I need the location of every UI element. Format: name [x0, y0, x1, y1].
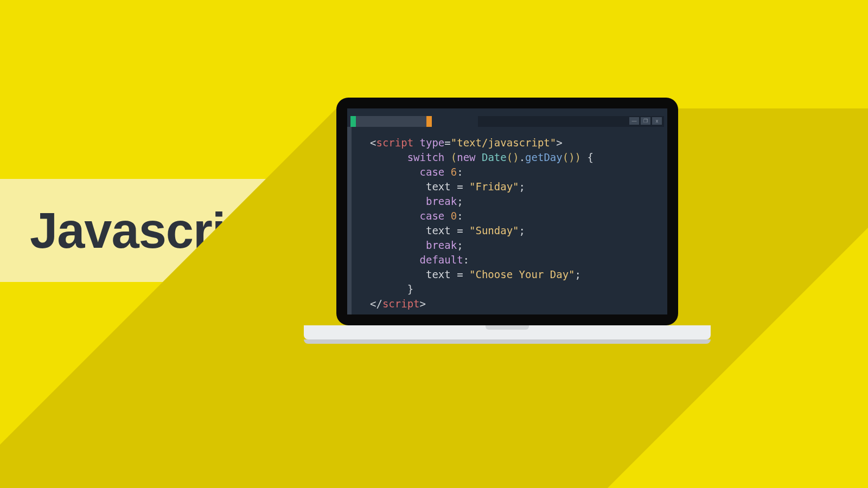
editor-tab-bar: — ❐ x [350, 116, 664, 127]
editor-gutter [347, 127, 352, 314]
minimize-icon: — [629, 117, 639, 125]
modified-indicator [426, 116, 432, 127]
code-editor-screen: — ❐ x <script type="text/javascript"> sw… [347, 108, 667, 314]
maximize-icon: ❐ [641, 117, 650, 125]
laptop-base-shadow [304, 339, 711, 344]
close-icon: x [652, 117, 662, 125]
laptop-bezel: — ❐ x <script type="text/javascript"> sw… [336, 98, 678, 325]
active-indicator [350, 116, 356, 127]
code-content: <script type="text/javascript"> switch (… [370, 136, 593, 311]
editor-tab [356, 116, 426, 127]
laptop-base [304, 325, 711, 339]
editor-titlebar: — ❐ x [478, 116, 664, 127]
laptop-notch [486, 325, 529, 330]
laptop: — ❐ x <script type="text/javascript"> sw… [304, 98, 711, 344]
